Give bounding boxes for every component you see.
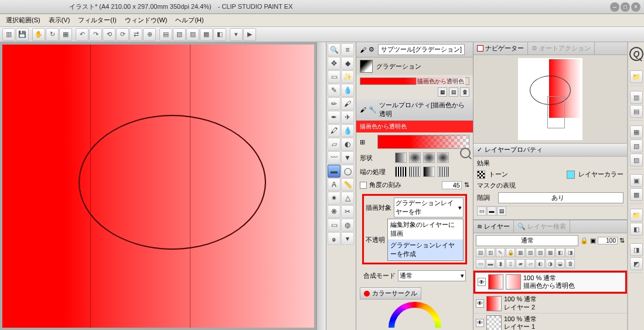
tone-swatch-icon[interactable] (477, 171, 485, 179)
menu-window[interactable]: ウィンドウ(W) (121, 15, 171, 26)
panel-icon[interactable]: ▥ (630, 91, 643, 104)
airbrush-tool-icon[interactable]: ✈ (341, 111, 354, 124)
tool-grid-icon[interactable]: ▦ (59, 28, 72, 41)
visibility-icon[interactable]: 👁 (476, 319, 484, 327)
panel-icon[interactable]: ▣ (630, 174, 643, 187)
pencil-tool-icon[interactable]: ✏ (328, 97, 340, 110)
li-19[interactable]: ◒ (556, 259, 565, 268)
li-6[interactable]: ▧ (526, 248, 535, 257)
folder-icon[interactable]: 📁 (630, 209, 643, 222)
menu-view[interactable]: 表示(V) (45, 15, 74, 26)
li-18[interactable]: ◑ (546, 259, 555, 268)
spiral-tool-icon[interactable]: ๑ (328, 232, 340, 245)
color-circle-tab[interactable]: カラーサークル (360, 287, 421, 300)
li-7[interactable]: ▨ (536, 248, 545, 257)
gradation-dropdown[interactable]: あり (498, 192, 623, 203)
tool-play-icon[interactable]: ▶ (243, 28, 256, 41)
edge-opt2-icon[interactable] (409, 166, 421, 177)
tool-dropdown-icon[interactable]: ▾ (230, 28, 243, 41)
marker-tool-icon[interactable]: ✒ (328, 111, 340, 124)
close-button[interactable]: × (631, 2, 640, 12)
edge-opt4-icon[interactable] (437, 166, 449, 177)
gradient-strip[interactable] (377, 135, 469, 149)
cut-tool-icon[interactable]: ✂ (341, 205, 354, 218)
li-20[interactable]: 🗑 (565, 259, 575, 268)
menu-tool-icon[interactable]: ≡ (341, 43, 354, 56)
tool-doc-icon[interactable]: ▥ (2, 28, 15, 41)
panel-icon[interactable]: ▨ (630, 154, 643, 166)
shape-tool-icon[interactable]: ◯ (341, 165, 354, 178)
li-12[interactable]: ▬ (486, 259, 495, 268)
layer-search-tab[interactable]: 🔍レイヤー検索 (514, 220, 570, 233)
li-15[interactable]: ▰ (516, 259, 525, 268)
gradient-tool-icon[interactable]: ▬ (328, 165, 340, 178)
scroll-down-icon[interactable]: ▾ (341, 232, 354, 245)
canvas-scrollbar[interactable] (316, 42, 326, 330)
smudge-tool-icon[interactable]: 〰 (328, 151, 340, 164)
menu-help[interactable]: ヘルプ(H) (172, 15, 207, 26)
ruler-tool-icon[interactable]: 📏 (341, 178, 354, 191)
blend-tool-icon[interactable]: ◐ (341, 138, 354, 151)
stepper-icon[interactable]: ⇅ (464, 181, 469, 189)
lp-btn-3[interactable]: ▤ (497, 206, 506, 216)
layer-property-tab[interactable]: ✓ レイヤープロパティ (473, 144, 627, 157)
drop-tool-icon[interactable]: 💧 (341, 124, 354, 137)
toolprop-tab[interactable]: 🖌 🔧 ツールプロパティ[描画色から透明 (356, 99, 473, 121)
tool-redo-icon[interactable]: ↷ (89, 28, 102, 41)
li-10[interactable]: ◨ (565, 248, 575, 257)
canvas[interactable] (2, 45, 314, 328)
menu-selection[interactable]: 選択範囲(S) (2, 15, 44, 26)
dd-option-1[interactable]: 編集対象のレイヤーに描画 (388, 219, 463, 240)
eraser-tool-icon[interactable]: ▱ (328, 138, 340, 151)
shape-radial-icon[interactable] (409, 152, 421, 163)
tool-layers-icon[interactable]: ▧ (173, 28, 186, 41)
blend-dropdown[interactable]: 通常▾ (398, 270, 466, 281)
gradient-preview-bar[interactable]: 描画色から透明色 (360, 77, 469, 85)
edge-opt1-icon[interactable] (395, 166, 407, 177)
shape-linear-icon[interactable] (395, 152, 407, 163)
panel-icon[interactable]: ◨ (630, 243, 643, 256)
minimize-button[interactable]: – (610, 2, 619, 12)
angle-input[interactable]: 45 (442, 181, 462, 189)
panel-icon[interactable]: ◩ (630, 257, 643, 270)
visibility-icon[interactable]: 👁 (478, 278, 486, 286)
navigator-tab[interactable]: ナビゲーター (473, 42, 528, 55)
dd-option-2[interactable]: グラデーションレイヤーを作成 (388, 240, 463, 260)
li-1[interactable]: ▤ (476, 248, 485, 257)
panel-icon[interactable]: ▩ (630, 188, 643, 201)
add-icon[interactable]: ▦ (438, 87, 447, 97)
check-icon[interactable]: ▣ (590, 237, 596, 244)
layer-row[interactable]: 👁 100 % 通常レイヤー 1 (473, 314, 627, 330)
autoaction-tab[interactable]: ⚙オートアクション (528, 42, 595, 55)
li-8[interactable]: ▩ (546, 248, 555, 257)
tool-target-icon[interactable]: ⊕ (143, 28, 156, 41)
line-tool-icon[interactable]: △ (341, 192, 354, 205)
edge-opt3-icon[interactable] (423, 166, 435, 177)
panel-icon[interactable]: ◧ (630, 223, 643, 236)
tool-hand-icon[interactable]: ✋ (32, 28, 45, 41)
tool-rotate-right-icon[interactable]: ⟳ (116, 28, 129, 41)
spray-tool-icon[interactable]: ❋ (328, 205, 340, 218)
wand-tool-icon[interactable]: ✨ (341, 70, 354, 83)
fill-tool-icon[interactable]: ▼ (341, 151, 354, 164)
eyedropper-tool-icon[interactable]: 💧 (341, 84, 354, 97)
navigator-view[interactable] (473, 55, 627, 143)
3d-tool-icon[interactable]: ◍ (341, 219, 354, 232)
li-17[interactable]: ◐ (536, 259, 545, 268)
magnifier-icon[interactable] (460, 148, 471, 158)
tool-rotate-left-icon[interactable]: ⟲ (103, 28, 115, 41)
li-13[interactable]: ▮ (496, 259, 505, 268)
shape-ellipse-icon[interactable] (423, 152, 435, 163)
maximize-button[interactable]: □ (621, 2, 630, 12)
li-4[interactable]: 🔒 (506, 248, 515, 257)
tool-save-icon[interactable]: 💾 (16, 28, 29, 41)
lp-btn-2[interactable]: ▬ (487, 206, 496, 216)
tool-rotate-icon[interactable]: ↻ (46, 28, 59, 41)
angle-checkbox[interactable] (360, 182, 367, 189)
stepper-icon[interactable]: ⇅ (619, 237, 625, 244)
magnifier-tool-icon[interactable]: 🔍 (328, 43, 340, 56)
panel-icon[interactable]: ▦ (630, 125, 643, 138)
panel-icon[interactable]: ▤ (630, 105, 643, 118)
marquee-tool-icon[interactable]: ▭ (328, 70, 340, 83)
menu-filter[interactable]: フィルター(I) (74, 15, 120, 26)
